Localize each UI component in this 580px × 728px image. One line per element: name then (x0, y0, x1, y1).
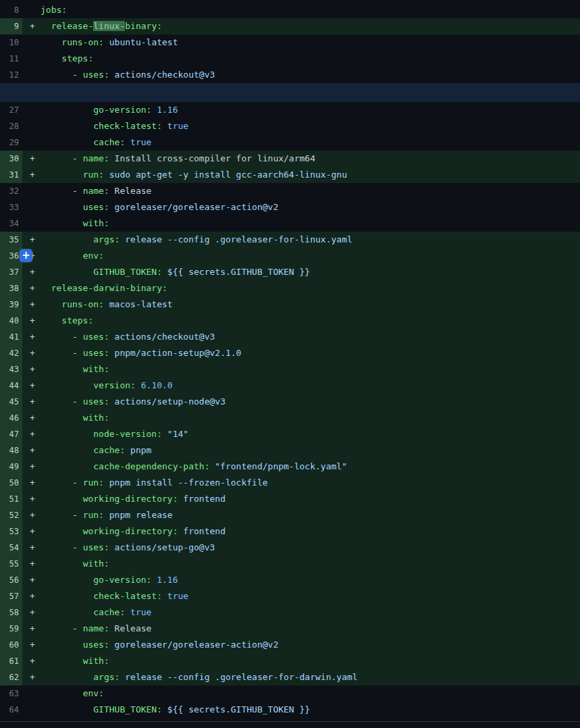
addition-marker: + (22, 378, 41, 394)
context-marker (22, 134, 41, 151)
addition-marker: + (22, 345, 41, 361)
diff-table: 8jobs:9+ release-linux-binary:10 runs-on… (0, 0, 580, 718)
code-line: runs-on: ubuntu-latest (41, 34, 178, 51)
line-number[interactable]: 37 (0, 264, 22, 280)
code-token-key: steps: (61, 53, 93, 63)
line-number[interactable]: 11 (0, 51, 22, 67)
line-number[interactable]: 60 (0, 637, 22, 653)
line-number[interactable]: 12 (0, 67, 22, 83)
line-number[interactable]: 9 (0, 18, 22, 34)
diff-row: 59+ - name: Release (0, 621, 580, 637)
diff-row: 34 with: (0, 215, 580, 232)
code-token-key: GITHUB_TOKEN: (93, 267, 162, 277)
code-line: working-directory: frontend (41, 491, 226, 507)
diff-row: 33 uses: goreleaser/goreleaser-action@v2 (0, 199, 580, 215)
code-token-key: binary: (125, 21, 162, 31)
code-token-plain (136, 380, 141, 390)
line-number[interactable]: 53 (0, 523, 22, 540)
code-token-str: actions/checkout@v3 (115, 332, 215, 342)
line-number[interactable]: 40 (0, 313, 22, 329)
line-number[interactable]: 58 (0, 604, 22, 621)
code-line: jobs: (41, 2, 67, 18)
line-number[interactable]: 39 (0, 296, 22, 313)
code-token-str: "frontend/pnpm-lock.yaml" (215, 461, 347, 471)
code-token-plain (125, 137, 130, 147)
line-number[interactable]: 43 (0, 361, 22, 378)
line-number[interactable]: 57 (0, 588, 22, 604)
line-number[interactable]: 32 (0, 183, 22, 199)
line-number[interactable]: 30 (0, 151, 22, 167)
diff-row: 9+ release-linux-binary: (0, 18, 580, 34)
diff-row: 43+ with: (0, 361, 580, 378)
line-number[interactable]: 8 (0, 2, 22, 18)
code-token-plain (41, 656, 83, 666)
code-token-str: ${{ secrets.GITHUB_TOKEN }} (167, 704, 310, 714)
line-number[interactable]: 48 (0, 442, 22, 459)
diff-row: 44+ version: 6.10.0 (0, 378, 580, 394)
line-number[interactable]: 38 (0, 280, 22, 296)
code-line: - name: Release (41, 621, 151, 637)
code-line: runs-on: macos-latest (41, 296, 173, 313)
code-line: cache: true (41, 134, 151, 151)
add-line-comment-button[interactable]: + (20, 249, 32, 262)
line-number[interactable]: 59 (0, 621, 22, 637)
line-number[interactable]: 10 (0, 34, 22, 51)
line-number[interactable]: 42 (0, 345, 22, 361)
line-number[interactable]: 64 (0, 702, 22, 718)
line-number[interactable]: 27 (0, 102, 22, 118)
addition-marker: + (22, 361, 41, 378)
diff-row: 32 - name: Release (0, 183, 580, 199)
line-number[interactable]: 29 (0, 134, 22, 151)
line-number[interactable]: 28 (0, 118, 22, 134)
code-token-str: actions/checkout@v3 (115, 70, 215, 80)
line-number[interactable]: 63 (0, 685, 22, 702)
line-number[interactable]: 62 (0, 669, 22, 685)
line-number[interactable]: 49 (0, 459, 22, 475)
line-number[interactable]: 33 (0, 199, 22, 215)
diff-row: 38+ release-darwin-binary: (0, 280, 580, 296)
diff-row: 50+ - run: pnpm install --frozen-lockfil… (0, 475, 580, 491)
line-number[interactable]: 56 (0, 572, 22, 588)
diff-row: 61+ with: (0, 653, 580, 669)
line-number[interactable]: 61 (0, 653, 22, 669)
code-token-plain (41, 380, 93, 390)
code-token-key: with: (83, 656, 109, 666)
code-line: go-version: 1.16 (41, 572, 178, 588)
line-number[interactable]: 51 (0, 491, 22, 507)
line-number[interactable]: 35 (0, 232, 22, 248)
diff-row: 31+ run: sudo apt-get -y install gcc-aar… (0, 167, 580, 183)
line-number[interactable]: 54 (0, 540, 22, 556)
line-number[interactable]: 45 (0, 394, 22, 410)
line-number[interactable]: 50 (0, 475, 22, 491)
addition-marker: + (22, 313, 41, 329)
line-number[interactable]: 46 (0, 410, 22, 426)
code-line: with: (41, 410, 109, 426)
diff-row: 45+ - uses: actions/setup-node@v3 (0, 394, 580, 410)
code-token-str: goreleaser/goreleaser-action@v2 (115, 640, 279, 650)
code-line: working-directory: frontend (41, 523, 226, 540)
code-token-plain (41, 688, 83, 698)
code-token-plain (41, 267, 93, 277)
code-token-plain (41, 413, 83, 423)
expand-hidden-lines-band[interactable] (0, 83, 580, 102)
code-token-plain (41, 121, 93, 131)
code-token-key: uses: (83, 542, 109, 552)
code-token-key: uses: (83, 640, 109, 650)
line-number[interactable]: 52 (0, 507, 22, 523)
code-token-plain (41, 640, 83, 650)
code-token-key: run: (83, 477, 104, 488)
line-number[interactable]: 31 (0, 167, 22, 183)
code-line: uses: goreleaser/goreleaser-action@v2 (41, 637, 278, 653)
line-number[interactable]: 47 (0, 426, 22, 442)
code-line: with: (41, 653, 109, 669)
line-number[interactable]: 44 (0, 378, 22, 394)
code-token-plain (162, 429, 167, 439)
code-token-plain (41, 445, 93, 455)
code-token-plain (41, 461, 93, 471)
line-number[interactable]: 34 (0, 215, 22, 232)
line-number[interactable]: 41 (0, 329, 22, 345)
code-token-plain (41, 299, 61, 309)
line-number[interactable]: 55 (0, 556, 22, 572)
addition-marker: + (22, 264, 41, 280)
code-token-plain (162, 591, 167, 601)
